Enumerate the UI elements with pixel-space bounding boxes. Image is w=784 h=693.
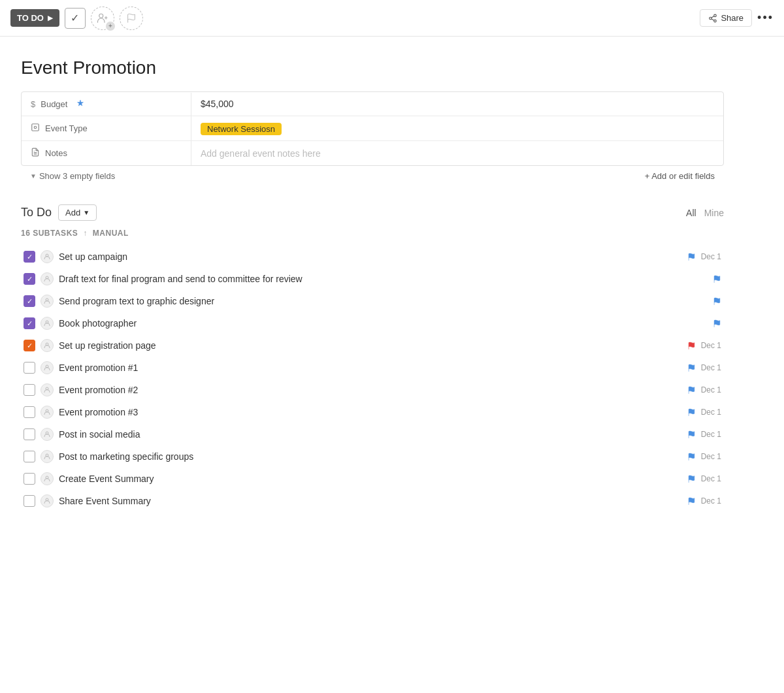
- flag-icon: [687, 453, 696, 461]
- subtasks-count: 16 SUBTASKS: [21, 229, 78, 238]
- task-name: Set up campaign: [59, 251, 682, 262]
- task-item[interactable]: Create Event Summary Dec 1: [21, 468, 724, 490]
- task-date: Dec 1: [701, 430, 721, 439]
- flag-icon: [687, 253, 696, 261]
- task-checkbox[interactable]: [24, 384, 35, 396]
- field-row-event-type: Event Type Network Sessiosn: [22, 116, 723, 141]
- flag-icon: [687, 364, 696, 372]
- flag-icon: [713, 319, 721, 328]
- task-avatar: [41, 295, 54, 308]
- task-item[interactable]: ✓ Set up registration page Dec 1: [21, 334, 724, 357]
- task-date: Dec 1: [701, 452, 721, 461]
- task-avatar: [41, 450, 54, 463]
- event-type-tag[interactable]: Network Sessiosn: [201, 123, 282, 135]
- task-name: Post in social media: [59, 429, 682, 440]
- topbar: TO DO ▶ ✓ + Share •••: [0, 0, 784, 37]
- field-label-notes: Notes: [22, 141, 191, 165]
- event-type-icon: [31, 123, 40, 134]
- filter-right: All Mine: [686, 208, 724, 218]
- notes-placeholder: Add general event notes here: [201, 148, 321, 159]
- task-item[interactable]: Event promotion #1 Dec 1: [21, 357, 724, 379]
- people-icon: [97, 12, 108, 24]
- task-name: Draft text for final program and send to…: [59, 274, 708, 284]
- event-type-label: Event Type: [45, 123, 88, 133]
- event-type-value[interactable]: Network Sessiosn: [191, 117, 723, 140]
- task-date: Dec 1: [701, 474, 721, 483]
- sort-icon: ↑: [83, 229, 88, 238]
- task-date: Dec 1: [701, 408, 721, 417]
- task-item[interactable]: ✓ Book photographer: [21, 312, 724, 334]
- task-item[interactable]: Post to marketing specific groups Dec 1: [21, 445, 724, 468]
- task-checkbox[interactable]: [24, 406, 35, 418]
- todo-section: To Do Add ▼ All Mine 16 SUBTASKS ↑ Manua…: [21, 204, 724, 512]
- task-name: Create Event Summary: [59, 474, 682, 484]
- task-name: Send program text to graphic designer: [59, 296, 708, 306]
- task-checkbox[interactable]: ✓: [24, 273, 35, 285]
- field-row-budget: $ Budget $45,000: [22, 92, 723, 116]
- task-avatar: [41, 428, 54, 441]
- budget-value[interactable]: $45,000: [191, 92, 723, 116]
- notes-value[interactable]: Add general event notes here: [191, 142, 723, 165]
- task-date: Dec 1: [701, 363, 721, 372]
- more-button[interactable]: •••: [757, 11, 774, 25]
- svg-point-2: [714, 14, 717, 17]
- task-item[interactable]: Event promotion #3 Dec 1: [21, 401, 724, 423]
- task-name: Share Event Summary: [59, 496, 682, 506]
- flag-icon: [713, 297, 721, 306]
- task-item[interactable]: Share Event Summary Dec 1: [21, 490, 724, 512]
- task-checkbox[interactable]: [24, 451, 35, 462]
- task-checkbox[interactable]: ✓: [24, 251, 35, 263]
- task-checkbox[interactable]: ✓: [24, 340, 35, 351]
- task-checkbox[interactable]: [24, 362, 35, 374]
- task-item[interactable]: ✓ Draft text for final program and send …: [21, 268, 724, 290]
- add-label: Add: [65, 208, 80, 218]
- task-item[interactable]: Post in social media Dec 1: [21, 423, 724, 445]
- svg-line-5: [711, 18, 714, 20]
- chevron-down-icon: ▼: [30, 172, 37, 180]
- flag-button[interactable]: [120, 7, 143, 30]
- notes-icon: [31, 148, 40, 159]
- flag-icon: [687, 408, 696, 417]
- topbar-right: Share •••: [700, 9, 774, 27]
- task-item[interactable]: ✓ Send program text to graphic designer: [21, 290, 724, 312]
- todo-section-title: To Do: [21, 206, 52, 219]
- field-label-budget: $ Budget: [22, 93, 191, 116]
- show-fields-left[interactable]: ▼ Show 3 empty fields: [30, 171, 115, 181]
- task-date: Dec 1: [701, 341, 721, 350]
- flag-icon: [687, 386, 696, 395]
- add-member-button[interactable]: +: [91, 7, 114, 30]
- todo-button[interactable]: TO DO ▶: [10, 9, 59, 27]
- show-fields-row[interactable]: ▼ Show 3 empty fields + Add or edit fiel…: [21, 166, 724, 186]
- share-label: Share: [721, 13, 743, 23]
- plus-overlay: +: [106, 22, 115, 31]
- flag-icon: [126, 13, 137, 24]
- field-label-event-type: Event Type: [22, 116, 191, 140]
- main-content: Event Promotion $ Budget $45,000: [0, 37, 745, 523]
- svg-point-3: [710, 17, 712, 20]
- filter-mine[interactable]: Mine: [704, 208, 724, 218]
- task-checkbox[interactable]: [24, 495, 35, 507]
- task-avatar: [41, 317, 54, 330]
- task-checkbox[interactable]: ✓: [24, 317, 35, 329]
- filter-all[interactable]: All: [686, 208, 696, 218]
- notes-label: Notes: [45, 148, 67, 158]
- task-item[interactable]: ✓ Set up campaign Dec 1: [21, 246, 724, 268]
- task-name: Book photographer: [59, 318, 708, 329]
- svg-point-4: [714, 20, 717, 22]
- pin-icon: [76, 99, 84, 109]
- task-avatar: [41, 472, 54, 485]
- add-edit-fields[interactable]: + Add or edit fields: [645, 171, 715, 181]
- add-chevron-icon: ▼: [83, 209, 90, 216]
- fields-container: $ Budget $45,000 Event Type: [21, 91, 724, 166]
- task-checkbox[interactable]: ✓: [24, 295, 35, 307]
- share-button[interactable]: Share: [700, 9, 752, 27]
- add-task-button[interactable]: Add ▼: [58, 204, 97, 221]
- task-checkbox[interactable]: [24, 473, 35, 485]
- svg-point-8: [34, 126, 37, 129]
- flag-icon: [687, 475, 696, 483]
- check-button[interactable]: ✓: [65, 8, 86, 29]
- flag-icon: [687, 430, 696, 439]
- task-avatar: [41, 406, 54, 419]
- task-item[interactable]: Event promotion #2 Dec 1: [21, 379, 724, 401]
- task-checkbox[interactable]: [24, 428, 35, 440]
